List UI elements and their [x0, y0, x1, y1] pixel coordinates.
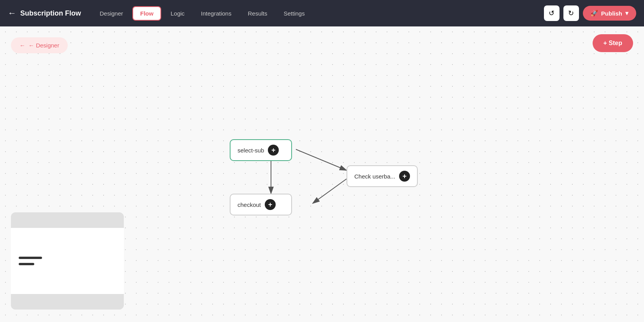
project-title: Subscription Flow [20, 9, 81, 18]
node-checkout-add[interactable]: + [265, 199, 276, 210]
plus-icon-2: + [268, 201, 273, 209]
sidebar-line-1 [19, 257, 42, 259]
node-select-sub-add[interactable]: + [268, 145, 279, 156]
rocket-icon: 🚀 [591, 10, 598, 17]
plus-icon-3: + [403, 172, 407, 180]
app-header: ← Subscription Flow Designer Flow Logic … [0, 0, 644, 26]
redo-button[interactable]: ↻ [563, 5, 579, 21]
nav-integrations[interactable]: Integrations [194, 7, 238, 20]
sidebar-legend-lines [19, 257, 42, 265]
sidebar-panel-footer [11, 294, 124, 310]
node-checkout[interactable]: checkout + [230, 194, 292, 215]
redo-icon: ↻ [568, 9, 574, 18]
node-check-userba-add[interactable]: + [399, 171, 410, 182]
nav-logic[interactable]: Logic [164, 7, 192, 20]
back-designer-label: ← Designer [28, 42, 59, 49]
node-select-sub-label: select-sub [238, 147, 264, 154]
plus-icon: + [271, 146, 276, 154]
flow-canvas[interactable]: ← ← Designer + Step select-sub + checkou… [0, 26, 644, 322]
back-arrow-icon: ← [8, 8, 16, 18]
nav-results[interactable]: Results [241, 7, 274, 20]
undo-button[interactable]: ↺ [544, 5, 560, 21]
header-back-button[interactable]: ← Subscription Flow [8, 8, 81, 18]
node-check-userba-label: Check userba... [354, 173, 395, 180]
nav-settings[interactable]: Settings [276, 7, 311, 20]
node-checkout-label: checkout [238, 201, 261, 208]
svg-line-2 [296, 149, 347, 170]
sidebar-line-2 [19, 263, 34, 265]
back-designer-icon: ← [19, 42, 25, 49]
sidebar-panel-header [11, 212, 124, 228]
sidebar-panel-body [11, 228, 124, 294]
svg-line-3 [313, 179, 347, 203]
add-step-button[interactable]: + Step [593, 34, 633, 52]
sidebar-legend-panel [11, 212, 124, 310]
node-check-userba[interactable]: Check userba... + [347, 165, 418, 187]
back-to-designer-button[interactable]: ← ← Designer [11, 37, 68, 53]
publish-label: Publish [601, 10, 622, 17]
add-step-label: + Step [604, 40, 622, 47]
nav-designer[interactable]: Designer [93, 7, 130, 20]
publish-chevron-icon: ▾ [625, 10, 628, 17]
undo-icon: ↺ [549, 9, 554, 18]
header-actions: ↺ ↻ 🚀 Publish ▾ [544, 5, 636, 21]
node-select-sub[interactable]: select-sub + [230, 139, 292, 161]
publish-button[interactable]: 🚀 Publish ▾ [583, 6, 636, 21]
nav-flow[interactable]: Flow [132, 6, 161, 21]
main-nav: Designer Flow Logic Integrations Results… [93, 6, 544, 21]
